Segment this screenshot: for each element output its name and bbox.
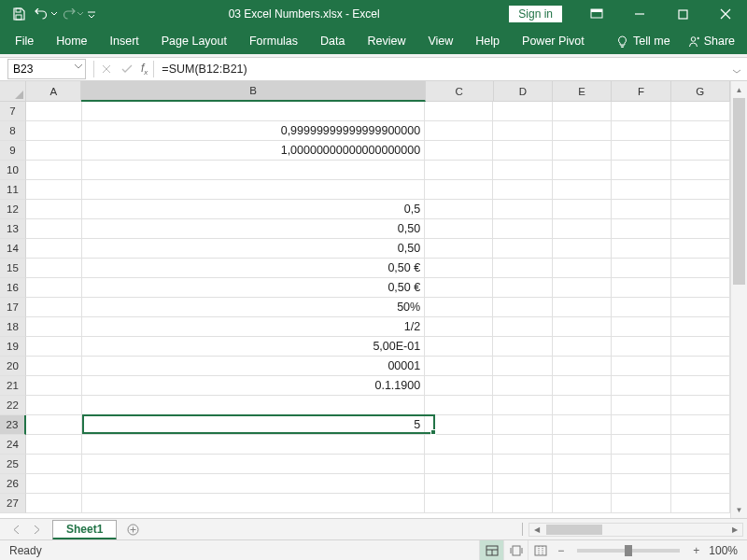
cell[interactable] xyxy=(26,376,82,396)
cell[interactable] xyxy=(493,102,552,121)
cell[interactable] xyxy=(425,455,493,474)
cell[interactable] xyxy=(671,376,730,396)
row-header[interactable]: 22 xyxy=(0,396,26,415)
cell[interactable] xyxy=(671,121,730,141)
row-header[interactable]: 11 xyxy=(0,180,26,200)
cell[interactable] xyxy=(553,474,612,494)
cell[interactable] xyxy=(425,278,493,298)
scroll-left-button[interactable]: ◀ xyxy=(529,525,544,534)
column-header[interactable]: E xyxy=(553,81,612,102)
cell[interactable] xyxy=(26,298,82,317)
cell[interactable]: 5,00E-01 xyxy=(82,337,426,357)
cell[interactable] xyxy=(493,474,552,494)
ribbon-tab-formulas[interactable]: Formulas xyxy=(238,28,309,54)
cell[interactable] xyxy=(553,102,612,121)
horizontal-scrollbar[interactable]: ◀ ▶ xyxy=(529,523,743,537)
select-all-button[interactable] xyxy=(0,81,26,102)
ribbon-tab-power-pivot[interactable]: Power Pivot xyxy=(511,28,596,54)
share-button[interactable]: Share xyxy=(679,28,743,54)
cell[interactable] xyxy=(553,180,612,200)
cell[interactable] xyxy=(553,141,612,161)
cell[interactable] xyxy=(671,396,730,415)
cell[interactable] xyxy=(553,239,612,259)
insert-function-button[interactable]: fx xyxy=(137,62,151,77)
cell[interactable] xyxy=(26,259,82,278)
cell[interactable] xyxy=(671,102,730,121)
cell[interactable] xyxy=(612,376,670,396)
normal-view-button[interactable] xyxy=(479,540,503,561)
cancel-formula-button[interactable] xyxy=(96,59,117,79)
cell[interactable] xyxy=(671,337,730,357)
cell[interactable] xyxy=(612,357,670,376)
cell[interactable] xyxy=(671,474,730,494)
cell[interactable] xyxy=(82,494,426,513)
zoom-out-button[interactable]: − xyxy=(552,544,570,557)
page-layout-view-button[interactable] xyxy=(503,540,528,561)
cell[interactable] xyxy=(425,219,493,239)
cell[interactable] xyxy=(493,278,552,298)
ribbon-tab-page-layout[interactable]: Page Layout xyxy=(150,28,238,54)
cell[interactable] xyxy=(671,278,730,298)
cell[interactable] xyxy=(82,396,426,415)
cell[interactable] xyxy=(425,415,493,435)
cell[interactable] xyxy=(612,337,670,357)
cell[interactable] xyxy=(82,435,426,455)
page-break-view-button[interactable] xyxy=(528,540,552,561)
cell[interactable] xyxy=(493,317,552,337)
minimize-button[interactable] xyxy=(618,0,661,28)
scroll-right-button[interactable]: ▶ xyxy=(727,525,742,534)
cell[interactable] xyxy=(82,455,426,474)
cell[interactable] xyxy=(612,494,670,513)
cell[interactable] xyxy=(493,141,552,161)
ribbon-tab-data[interactable]: Data xyxy=(309,28,356,54)
cell[interactable]: 50% xyxy=(82,298,426,317)
sheet-tab[interactable]: Sheet1 xyxy=(52,520,117,540)
cell[interactable] xyxy=(82,180,426,200)
cell[interactable] xyxy=(553,278,612,298)
cell[interactable] xyxy=(26,219,82,239)
column-header[interactable]: F xyxy=(612,81,670,102)
cell[interactable] xyxy=(493,180,552,200)
cell[interactable] xyxy=(612,298,670,317)
qat-customize-button[interactable] xyxy=(84,0,99,28)
cell[interactable]: 0,50 € xyxy=(82,278,426,298)
cell[interactable] xyxy=(26,455,82,474)
enter-formula-button[interactable] xyxy=(117,59,137,79)
cell[interactable] xyxy=(425,102,493,121)
cell[interactable] xyxy=(26,161,82,180)
cell[interactable] xyxy=(671,161,730,180)
cell[interactable] xyxy=(671,298,730,317)
cell[interactable] xyxy=(612,259,670,278)
cell[interactable] xyxy=(425,396,493,415)
cell[interactable] xyxy=(671,357,730,376)
cell[interactable]: 0,50 xyxy=(82,219,426,239)
cell[interactable] xyxy=(493,376,552,396)
cell[interactable] xyxy=(26,278,82,298)
cell[interactable] xyxy=(671,239,730,259)
cell[interactable] xyxy=(82,102,426,121)
cell[interactable] xyxy=(425,259,493,278)
row-header[interactable]: 8 xyxy=(0,121,26,141)
cell[interactable] xyxy=(553,396,612,415)
cell[interactable] xyxy=(671,200,730,219)
expand-formula-bar-button[interactable] xyxy=(726,59,747,79)
cell[interactable] xyxy=(612,435,670,455)
row-header[interactable]: 14 xyxy=(0,239,26,259)
ribbon-tab-review[interactable]: Review xyxy=(356,28,416,54)
column-header[interactable]: B xyxy=(81,81,425,102)
row-header[interactable]: 25 xyxy=(0,455,26,474)
cell[interactable] xyxy=(612,121,670,141)
cell[interactable] xyxy=(671,180,730,200)
cell[interactable] xyxy=(26,474,82,494)
cell[interactable]: 0,99999999999999900000 xyxy=(82,121,426,141)
cell[interactable] xyxy=(553,435,612,455)
row-header[interactable]: 21 xyxy=(0,376,26,396)
cell[interactable] xyxy=(612,219,670,239)
cell[interactable] xyxy=(553,259,612,278)
row-header[interactable]: 27 xyxy=(0,494,26,513)
cell[interactable] xyxy=(425,317,493,337)
cell[interactable] xyxy=(612,180,670,200)
cell[interactable] xyxy=(82,161,426,180)
cell[interactable] xyxy=(612,317,670,337)
row-header[interactable]: 18 xyxy=(0,317,26,337)
